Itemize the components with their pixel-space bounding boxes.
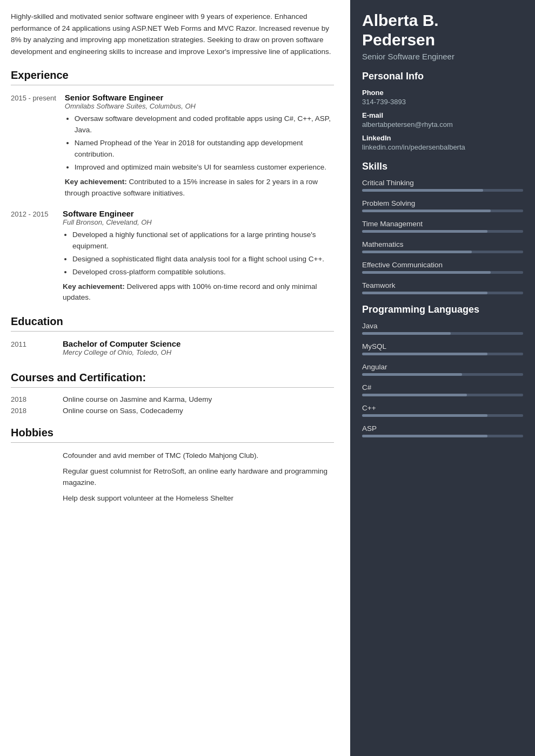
language-bar-bg	[362, 394, 523, 396]
phone-label: Phone	[362, 89, 523, 97]
job-title: Senior Software Engineer	[362, 52, 523, 61]
language-bar-fill	[362, 332, 451, 335]
language-bar-fill	[362, 414, 487, 417]
entry-date: 2012 - 2015	[11, 209, 54, 304]
skill-bar-fill	[362, 251, 472, 253]
education-entry: 2011 Bachelor of Computer Science Mercy …	[11, 339, 334, 360]
language-bar-fill	[362, 373, 462, 376]
bullet: Developed a highly functional set of app…	[72, 230, 334, 252]
skill-name: Mathematics	[362, 240, 523, 248]
experience-entries: 2015 - present Senior Software Engineer …	[11, 93, 334, 303]
right-column: Alberta B. Pedersen Senior Software Engi…	[350, 0, 535, 756]
entry-date: 2015 - present	[11, 93, 56, 199]
entry-date: 2011	[11, 339, 54, 360]
courses-heading: Courses and Certification:	[11, 372, 334, 388]
language-bar-bg	[362, 353, 523, 355]
bullet: Designed a sophisticated flight data ana…	[72, 254, 334, 265]
summary-section: Highly-skilled and motivated senior soft…	[11, 11, 334, 57]
hobby-text: Regular guest columnist for RetroSoft, a…	[63, 466, 334, 489]
phone-value: 314-739-3893	[362, 98, 523, 106]
hobby-row: Help desk support volunteer at the Homel…	[11, 493, 334, 504]
name-block: Alberta B. Pedersen Senior Software Engi…	[362, 11, 523, 61]
course-text: Online course on Sass, Codecademy	[63, 407, 183, 415]
language-bar-bg	[362, 332, 523, 335]
language-bar-bg	[362, 435, 523, 437]
entry-content: Software Engineer Full Bronson, Clevelan…	[63, 209, 334, 304]
lang-bars: Java MySQL Angular C# C++ ASP	[362, 322, 523, 437]
entry-company: Omnilabs Software Suites, Columbus, OH	[65, 102, 334, 110]
entry-bullets: Oversaw software development and coded p…	[65, 113, 334, 173]
bullet: Named Prophead of the Year in 2018 for o…	[75, 138, 334, 160]
skill-bar-bg	[362, 210, 523, 212]
bullet: Improved and optimized main website's UI…	[75, 162, 334, 173]
skill-bar-fill	[362, 230, 487, 233]
linkedin-label: LinkedIn	[362, 134, 523, 142]
entry-institution: Mercy College of Ohio, Toledo, OH	[63, 348, 334, 356]
hobby-text: Help desk support volunteer at the Homel…	[63, 493, 334, 504]
linkedin-value: linkedin.com/in/pedersenbalberta	[362, 143, 523, 151]
skill-item: Effective Communication	[362, 261, 523, 274]
language-item: C++	[362, 404, 523, 417]
summary-text: Highly-skilled and motivated senior soft…	[11, 11, 334, 57]
language-name: Angular	[362, 363, 523, 371]
key-achievement: Key achievement: Contributed to a 15% in…	[65, 177, 334, 199]
prog-languages-heading: Programming Languages	[362, 304, 523, 315]
language-name: ASP	[362, 424, 523, 433]
skill-name: Teamwork	[362, 281, 523, 289]
bullet: Developed cross-platform compatible solu…	[72, 267, 334, 278]
entry-company: Full Bronson, Cleveland, OH	[63, 218, 334, 226]
language-bar-fill	[362, 353, 487, 355]
entry-title: Bachelor of Computer Science	[63, 339, 334, 348]
skill-item: Teamwork	[362, 281, 523, 294]
bullet: Oversaw software development and coded p…	[75, 113, 334, 136]
skill-name: Problem Solving	[362, 199, 523, 207]
name-line1: Alberta B.	[362, 11, 439, 29]
name-main: Alberta B. Pedersen	[362, 11, 523, 50]
entry-bullets: Developed a highly functional set of app…	[63, 230, 334, 278]
language-bar-fill	[362, 394, 467, 396]
education-section: Education 2011 Bachelor of Computer Scie…	[11, 315, 334, 360]
courses-entries: 2018 Online course on Jasmine and Karma,…	[11, 395, 334, 415]
hobby-spacer	[11, 493, 54, 504]
skill-bar-fill	[362, 271, 491, 274]
linkedin-block: LinkedIn linkedin.com/in/pedersenbalbert…	[362, 134, 523, 151]
language-bar-fill	[362, 435, 487, 437]
hobby-text: Cofounder and avid member of TMC (Toledo…	[63, 450, 334, 462]
phone-block: Phone 314-739-3893	[362, 89, 523, 106]
skill-bar-fill	[362, 292, 487, 294]
skills-heading: Skills	[362, 161, 523, 172]
education-heading: Education	[11, 315, 334, 332]
entry-title: Software Engineer	[63, 209, 334, 218]
hobbies-section: Hobbies Cofounder and avid member of TMC…	[11, 427, 334, 504]
skill-item: Mathematics	[362, 240, 523, 253]
entry-title: Senior Software Engineer	[65, 93, 334, 102]
skill-name: Effective Communication	[362, 261, 523, 269]
skill-bar-bg	[362, 189, 523, 192]
course-date: 2018	[11, 407, 54, 415]
experience-heading: Experience	[11, 69, 334, 85]
language-name: Java	[362, 322, 523, 330]
skill-item: Problem Solving	[362, 199, 523, 212]
skill-bar-bg	[362, 292, 523, 294]
language-item: Angular	[362, 363, 523, 376]
key-achievement: Key achievement: Delivered apps with 100…	[63, 281, 334, 304]
skill-bar-bg	[362, 230, 523, 233]
language-item: ASP	[362, 424, 523, 437]
email-block: E-mail albertabpetersen@rhyta.com	[362, 111, 523, 129]
skill-name: Time Management	[362, 220, 523, 228]
hobby-row: Cofounder and avid member of TMC (Toledo…	[11, 450, 334, 462]
hobbies-entries: Cofounder and avid member of TMC (Toledo…	[11, 450, 334, 504]
hobby-row: Regular guest columnist for RetroSoft, a…	[11, 466, 334, 489]
language-name: MySQL	[362, 342, 523, 350]
language-name: C++	[362, 404, 523, 412]
language-item: MySQL	[362, 342, 523, 355]
skill-bar-bg	[362, 251, 523, 253]
course-text: Online course on Jasmine and Karma, Udem…	[63, 395, 212, 403]
skill-item: Critical Thinking	[362, 179, 523, 192]
language-bar-bg	[362, 414, 523, 417]
skill-name: Critical Thinking	[362, 179, 523, 187]
course-row: 2018 Online course on Sass, Codecademy	[11, 407, 334, 415]
courses-section: Courses and Certification: 2018 Online c…	[11, 372, 334, 415]
language-item: C#	[362, 383, 523, 396]
experience-entry: 2012 - 2015 Software Engineer Full Brons…	[11, 209, 334, 304]
